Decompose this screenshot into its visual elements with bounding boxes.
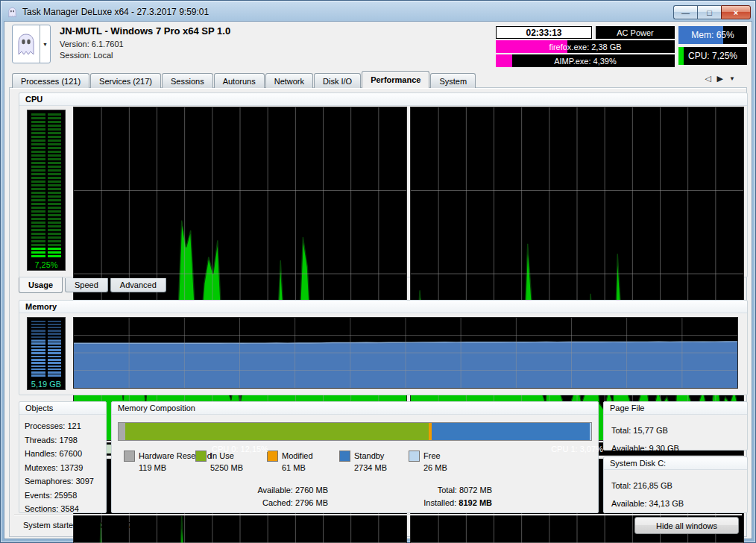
modified-swatch — [267, 451, 278, 462]
tab-autoruns[interactable]: Autoruns — [214, 73, 265, 88]
system-disk-panel: System Disk C: Total: 216,85 GB Availabl… — [603, 456, 748, 513]
stack-segment — [125, 423, 428, 440]
page-file-total: Total: 15,77 GB — [611, 421, 747, 439]
close-icon: × — [734, 8, 738, 17]
objects-title: Objects — [19, 402, 106, 415]
tab-strip: Processes (121) Services (217) Sessions … — [12, 71, 476, 88]
memory-total-installed: Total: 8072 MB Installed: 8192 MB — [358, 484, 492, 509]
tab-processes[interactable]: Processes (121) — [12, 73, 89, 88]
memory-graph — [73, 317, 738, 389]
status-separator — [14, 514, 742, 515]
system-started-label: System started at 27.3.2017 7:25:48 — [23, 521, 157, 530]
memory-composition-title: Memory Composition — [112, 402, 598, 415]
objects-panel: Objects Processes: 121 Threads: 1798 Han… — [19, 401, 107, 513]
close-button[interactable]: × — [721, 5, 751, 19]
host-version: Version: 6.1.7601 — [60, 39, 230, 50]
objects-threads: Threads: 1798 — [25, 433, 106, 448]
hide-all-windows-button[interactable]: Hide all windows — [634, 517, 739, 534]
memory-group: Memory 5,19 GB — [19, 300, 748, 395]
host-info: JN-MUTL - Windows 7 Pro x64 SP 1.0 Versi… — [60, 25, 230, 61]
memory-led-meter: 5,19 GB — [27, 317, 66, 390]
memory-usage-box: Mem: 65% — [678, 26, 747, 44]
core-graphs: CPU 0: 12,15% CPU 1: 3,07% CPU 2: 13,67% — [73, 107, 744, 272]
chevron-down-icon: ▼ — [40, 25, 50, 63]
legend-free: Free26 MB — [409, 450, 447, 474]
cpu-group-title: CPU — [19, 93, 747, 106]
system-disk-available: Available: 34,13 GB — [611, 495, 747, 512]
memory-group-title: Memory — [19, 301, 747, 313]
cpu-meter-value: 7,25% — [28, 260, 65, 269]
cpu-led-meter: 7,25% — [27, 110, 66, 271]
objects-handles: Handles: 67600 — [25, 447, 106, 461]
legend-modified: Modified61 MB — [267, 450, 313, 474]
uptime-box: 02:33:13 — [496, 26, 592, 39]
cpu-subtabs: Usage Speed Advanced — [19, 278, 168, 293]
stack-segment — [119, 423, 125, 440]
cpu-usage-box: CPU: 7,25% — [678, 47, 747, 65]
memory-composition-panel: Memory Composition Hardware Reserved119 … — [111, 401, 599, 513]
free-swatch — [409, 451, 420, 462]
memory-composition-bar — [118, 422, 592, 441]
host-title: JN-MUTL - Windows 7 Pro x64 SP 1.0 — [60, 25, 230, 37]
in-use-swatch — [195, 451, 207, 462]
memory-available-cached: Available: 2760 MB Cached: 2796 MB — [194, 484, 328, 509]
top-cpu-process-bar: AIMP.exe: 4,39% — [496, 54, 675, 67]
tab-scroll-left-icon[interactable]: ◁ — [705, 74, 711, 84]
objects-processes: Processes: 121 — [25, 419, 106, 433]
memory-meter-value: 5,19 GB — [28, 380, 65, 389]
tab-system[interactable]: System — [430, 73, 476, 88]
subtab-usage[interactable]: Usage — [19, 277, 63, 293]
objects-semaphores: Semaphores: 3097 — [25, 474, 106, 489]
stack-segment — [432, 423, 590, 440]
maximize-icon: □ — [707, 8, 712, 17]
cpu-group: CPU 7,25% CPU 0: 12,15% CP — [19, 92, 748, 277]
tab-performance[interactable]: Performance — [362, 71, 429, 88]
app-window: Task Manager DeLuxe x64 - 27.3.2017 9:59… — [0, 0, 756, 543]
hardware-reserved-swatch — [124, 451, 135, 462]
system-disk-total: Total: 216,85 GB — [611, 477, 747, 495]
stack-segment — [590, 423, 591, 440]
window-title: Task Manager DeLuxe x64 - 27.3.2017 9:59… — [22, 7, 209, 17]
memory-composition-legend: Hardware Reserved119 MB In Use5250 MB Mo… — [112, 450, 598, 478]
page-file-panel: Page File Total: 15,77 GB Available: 9,3… — [603, 401, 748, 451]
subtab-advanced[interactable]: Advanced — [110, 278, 166, 292]
host-session: Session: Local — [60, 50, 230, 61]
power-box: AC Power — [596, 26, 675, 39]
performance-page: CPU 7,25% CPU 0: 12,15% CP — [9, 87, 747, 537]
subtab-speed[interactable]: Speed — [65, 278, 108, 292]
maximize-button[interactable]: □ — [697, 5, 721, 19]
objects-events: Events: 25958 — [25, 489, 106, 503]
app-menu-button[interactable]: ▼ — [12, 25, 51, 63]
objects-mutexes: Mutexes: 13739 — [25, 461, 106, 475]
minimize-button[interactable]: — — [673, 5, 697, 19]
top-memory-process-bar: firefox.exe: 2,38 GB — [496, 40, 675, 53]
tab-sessions[interactable]: Sessions — [162, 73, 213, 88]
tab-services[interactable]: Services (217) — [90, 73, 161, 88]
tab-network[interactable]: Network — [265, 73, 313, 88]
client-area: ▼ JN-MUTL - Windows 7 Pro x64 SP 1.0 Ver… — [4, 21, 752, 539]
title-bar: Task Manager DeLuxe x64 - 27.3.2017 9:59… — [7, 4, 658, 20]
system-disk-title: System Disk C: — [604, 457, 747, 470]
minimize-icon: — — [681, 8, 690, 17]
standby-swatch — [339, 451, 350, 462]
app-icon — [7, 7, 18, 18]
legend-standby: Standby2734 MB — [339, 450, 387, 474]
tab-list-icon[interactable]: ▼ — [729, 74, 735, 84]
page-file-available: Available: 9,30 GB — [611, 439, 747, 457]
ghost-icon — [13, 25, 40, 63]
tab-disk-io[interactable]: Disk I/O — [314, 73, 361, 88]
tab-scroll-right-icon[interactable]: ▶ — [717, 74, 723, 84]
page-file-title: Page File — [604, 402, 747, 415]
